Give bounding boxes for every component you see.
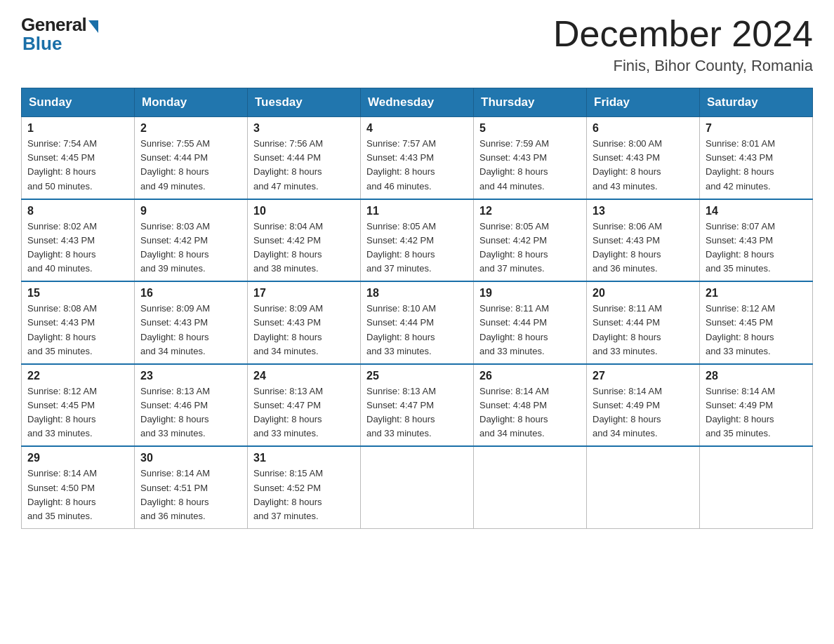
calendar-table: SundayMondayTuesdayWednesdayThursdayFrid… [21, 88, 813, 529]
day-number: 2 [140, 122, 241, 135]
day-cell: 15 Sunrise: 8:08 AMSunset: 4:43 PMDaylig… [22, 281, 135, 364]
col-wednesday: Wednesday [361, 88, 474, 117]
week-row-4: 22 Sunrise: 8:12 AMSunset: 4:45 PMDaylig… [22, 364, 813, 447]
week-row-2: 8 Sunrise: 8:02 AMSunset: 4:43 PMDayligh… [22, 199, 813, 282]
title-block: December 2024 Finis, Bihor County, Roman… [553, 14, 813, 75]
week-row-1: 1 Sunrise: 7:54 AMSunset: 4:45 PMDayligh… [22, 117, 813, 199]
day-info: Sunrise: 8:02 AMSunset: 4:43 PMDaylight:… [27, 221, 97, 274]
day-info: Sunrise: 8:05 AMSunset: 4:42 PMDaylight:… [366, 221, 436, 274]
day-info: Sunrise: 8:15 AMSunset: 4:52 PMDaylight:… [253, 468, 323, 521]
day-number: 5 [479, 122, 581, 135]
day-number: 13 [593, 205, 694, 217]
day-info: Sunrise: 8:10 AMSunset: 4:44 PMDaylight:… [366, 303, 436, 356]
day-cell: 19 Sunrise: 8:11 AMSunset: 4:44 PMDaylig… [474, 281, 587, 364]
day-cell: 24 Sunrise: 8:13 AMSunset: 4:47 PMDaylig… [248, 364, 361, 447]
col-thursday: Thursday [474, 88, 587, 117]
day-info: Sunrise: 8:14 AMSunset: 4:48 PMDaylight:… [479, 386, 549, 438]
day-cell: 5 Sunrise: 7:59 AMSunset: 4:43 PMDayligh… [474, 117, 587, 199]
day-info: Sunrise: 7:56 AMSunset: 4:44 PMDaylight:… [253, 138, 323, 191]
day-number: 3 [253, 122, 355, 135]
day-info: Sunrise: 8:01 AMSunset: 4:43 PMDaylight:… [706, 138, 775, 191]
day-info: Sunrise: 8:07 AMSunset: 4:43 PMDaylight:… [706, 221, 775, 274]
day-cell: 18 Sunrise: 8:10 AMSunset: 4:44 PMDaylig… [361, 281, 474, 364]
day-cell: 13 Sunrise: 8:06 AMSunset: 4:43 PMDaylig… [587, 199, 700, 282]
day-number: 25 [366, 370, 468, 382]
day-cell: 17 Sunrise: 8:09 AMSunset: 4:43 PMDaylig… [248, 281, 361, 364]
day-number: 21 [706, 287, 807, 300]
logo-blue-text: Blue [22, 33, 62, 55]
day-info: Sunrise: 8:12 AMSunset: 4:45 PMDaylight:… [27, 386, 97, 438]
day-info: Sunrise: 8:11 AMSunset: 4:44 PMDaylight:… [479, 303, 549, 356]
day-number: 1 [27, 122, 128, 135]
day-cell: 1 Sunrise: 7:54 AMSunset: 4:45 PMDayligh… [22, 117, 135, 199]
day-cell: 8 Sunrise: 8:02 AMSunset: 4:43 PMDayligh… [22, 199, 135, 282]
col-saturday: Saturday [700, 88, 813, 117]
day-cell: 3 Sunrise: 7:56 AMSunset: 4:44 PMDayligh… [248, 117, 361, 199]
day-info: Sunrise: 8:03 AMSunset: 4:42 PMDaylight:… [140, 221, 210, 274]
logo: General Blue [21, 14, 98, 55]
day-info: Sunrise: 8:11 AMSunset: 4:44 PMDaylight:… [593, 303, 662, 356]
day-cell [361, 446, 474, 528]
day-number: 19 [479, 287, 581, 300]
day-number: 20 [593, 287, 694, 300]
day-info: Sunrise: 8:14 AMSunset: 4:49 PMDaylight:… [593, 386, 662, 438]
day-cell: 28 Sunrise: 8:14 AMSunset: 4:49 PMDaylig… [700, 364, 813, 447]
day-info: Sunrise: 8:13 AMSunset: 4:46 PMDaylight:… [140, 386, 210, 438]
day-number: 4 [366, 122, 468, 135]
day-number: 9 [140, 205, 241, 217]
day-number: 16 [140, 287, 241, 300]
day-number: 26 [479, 370, 581, 382]
location: Finis, Bihor County, Romania [553, 57, 813, 75]
day-info: Sunrise: 8:05 AMSunset: 4:42 PMDaylight:… [479, 221, 549, 274]
day-number: 31 [253, 452, 355, 464]
day-number: 30 [140, 452, 241, 464]
day-number: 17 [253, 287, 355, 300]
day-cell: 22 Sunrise: 8:12 AMSunset: 4:45 PMDaylig… [22, 364, 135, 447]
day-info: Sunrise: 8:04 AMSunset: 4:42 PMDaylight:… [253, 221, 323, 274]
day-cell: 27 Sunrise: 8:14 AMSunset: 4:49 PMDaylig… [587, 364, 700, 447]
day-info: Sunrise: 8:09 AMSunset: 4:43 PMDaylight:… [140, 303, 210, 356]
day-number: 18 [366, 287, 468, 300]
day-info: Sunrise: 8:14 AMSunset: 4:51 PMDaylight:… [140, 468, 210, 521]
day-number: 6 [593, 122, 694, 135]
day-info: Sunrise: 7:59 AMSunset: 4:43 PMDaylight:… [479, 138, 549, 191]
day-number: 24 [253, 370, 355, 382]
day-number: 22 [27, 370, 128, 382]
day-info: Sunrise: 7:57 AMSunset: 4:43 PMDaylight:… [366, 138, 436, 191]
day-info: Sunrise: 8:06 AMSunset: 4:43 PMDaylight:… [593, 221, 662, 274]
day-cell: 30 Sunrise: 8:14 AMSunset: 4:51 PMDaylig… [135, 446, 248, 528]
day-cell: 20 Sunrise: 8:11 AMSunset: 4:44 PMDaylig… [587, 281, 700, 364]
col-tuesday: Tuesday [248, 88, 361, 117]
day-cell: 25 Sunrise: 8:13 AMSunset: 4:47 PMDaylig… [361, 364, 474, 447]
day-cell [474, 446, 587, 528]
day-cell: 12 Sunrise: 8:05 AMSunset: 4:42 PMDaylig… [474, 199, 587, 282]
day-number: 15 [27, 287, 128, 300]
day-info: Sunrise: 8:09 AMSunset: 4:43 PMDaylight:… [253, 303, 323, 356]
day-info: Sunrise: 7:54 AMSunset: 4:45 PMDaylight:… [27, 138, 97, 191]
day-number: 27 [593, 370, 694, 382]
day-cell: 14 Sunrise: 8:07 AMSunset: 4:43 PMDaylig… [700, 199, 813, 282]
day-number: 28 [706, 370, 807, 382]
day-number: 23 [140, 370, 241, 382]
day-cell: 26 Sunrise: 8:14 AMSunset: 4:48 PMDaylig… [474, 364, 587, 447]
col-monday: Monday [135, 88, 248, 117]
day-cell: 11 Sunrise: 8:05 AMSunset: 4:42 PMDaylig… [361, 199, 474, 282]
day-number: 14 [706, 205, 807, 217]
day-cell: 2 Sunrise: 7:55 AMSunset: 4:44 PMDayligh… [135, 117, 248, 199]
day-info: Sunrise: 8:14 AMSunset: 4:50 PMDaylight:… [27, 468, 97, 521]
day-info: Sunrise: 8:12 AMSunset: 4:45 PMDaylight:… [706, 303, 775, 356]
week-row-5: 29 Sunrise: 8:14 AMSunset: 4:50 PMDaylig… [22, 446, 813, 528]
day-cell: 7 Sunrise: 8:01 AMSunset: 4:43 PMDayligh… [700, 117, 813, 199]
day-cell: 9 Sunrise: 8:03 AMSunset: 4:42 PMDayligh… [135, 199, 248, 282]
day-cell: 4 Sunrise: 7:57 AMSunset: 4:43 PMDayligh… [361, 117, 474, 199]
day-cell: 23 Sunrise: 8:13 AMSunset: 4:46 PMDaylig… [135, 364, 248, 447]
day-cell: 10 Sunrise: 8:04 AMSunset: 4:42 PMDaylig… [248, 199, 361, 282]
header-row: SundayMondayTuesdayWednesdayThursdayFrid… [22, 88, 813, 117]
day-info: Sunrise: 8:13 AMSunset: 4:47 PMDaylight:… [253, 386, 323, 438]
day-cell: 21 Sunrise: 8:12 AMSunset: 4:45 PMDaylig… [700, 281, 813, 364]
day-cell: 31 Sunrise: 8:15 AMSunset: 4:52 PMDaylig… [248, 446, 361, 528]
day-info: Sunrise: 8:00 AMSunset: 4:43 PMDaylight:… [593, 138, 662, 191]
day-cell [700, 446, 813, 528]
day-number: 12 [479, 205, 581, 217]
col-friday: Friday [587, 88, 700, 117]
